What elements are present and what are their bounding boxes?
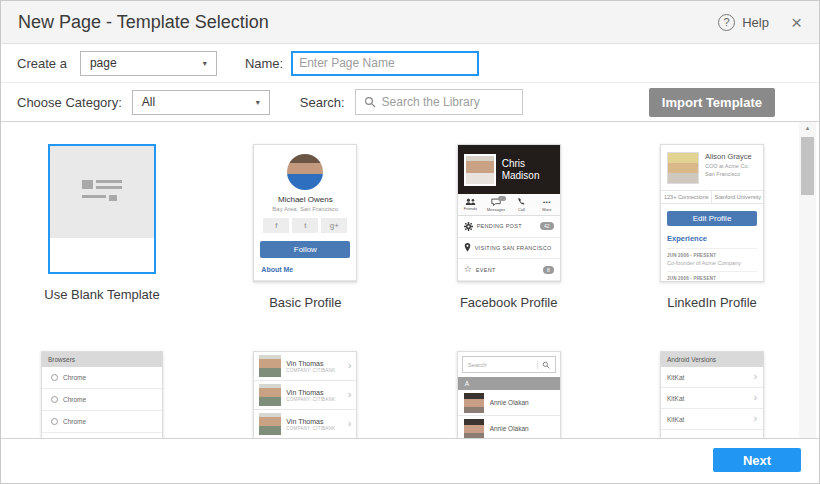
preview-follow-button: Follow [260, 241, 350, 258]
name-label: Name: [245, 56, 283, 71]
template-card-basic-profile[interactable]: Michael Owens Bay Area, San Francisco f … [253, 144, 357, 282]
fb-row-pending-post: PENDING POST 42 [458, 216, 560, 238]
page-name-input[interactable] [299, 56, 471, 70]
list-item: KitKat› [661, 367, 763, 388]
more-icon: ••• [543, 198, 551, 206]
chevron-right-icon: › [348, 419, 351, 429]
scroll-up-icon[interactable]: ▲ [799, 122, 816, 135]
text-lines-icon [82, 180, 122, 204]
preview-search-bar: Search [462, 356, 556, 373]
template-card-blank[interactable] [48, 144, 156, 274]
gear-icon [464, 222, 473, 231]
category-value: All [142, 95, 155, 109]
googleplus-icon: g+ [321, 218, 347, 233]
category-select[interactable]: All ▾ [132, 90, 270, 115]
preview-li-header: Alison Grayce COO at Acme Co. San Franci… [661, 145, 763, 190]
close-icon[interactable]: × [791, 13, 802, 32]
new-page-dialog: New Page - Template Selection ? Help × C… [0, 0, 820, 484]
template-card-linkedin-profile[interactable]: Alison Grayce COO at Acme Co. San Franci… [660, 144, 764, 282]
fb-row-visiting: VISITING SAN FRANCISCO [458, 238, 560, 260]
avatar-annie-olakan [464, 419, 484, 439]
template-caption-blank: Use Blank Template [44, 287, 159, 302]
section-header: A [458, 377, 560, 390]
template-card-contacts-list[interactable]: Vin ThomasCOMPANY: CITIBANK › Vin Thomas… [253, 351, 357, 439]
chevron-down-icon: ▾ [256, 98, 260, 107]
radio-row: Chrome [42, 411, 162, 433]
list-item: Annie Olakan [458, 390, 560, 416]
avatar-vin-thomas [259, 384, 281, 406]
radio-icon [51, 374, 58, 381]
twitter-icon: t [292, 218, 318, 233]
template-card-android-versions[interactable]: Android Versions KitKat› KitKat› KitKat›… [660, 351, 764, 439]
list-item: Vin ThomasCOMPANY: CITIBANK › [254, 410, 356, 439]
library-search-wrapper [355, 89, 523, 115]
template-caption-basic: Basic Profile [269, 295, 341, 310]
fb-action-call: Call [509, 194, 535, 215]
template-cell-basic: Michael Owens Bay Area, San Francisco f … [244, 144, 366, 310]
library-search-input[interactable] [382, 95, 514, 109]
preview-edit-profile-button: Edit Profile [667, 211, 757, 226]
preview-fb-actions: Friends Messages [458, 194, 560, 216]
template-row-2: Browsers Chrome Chrome Chrome Chrome Vin… [41, 351, 773, 439]
create-type-select[interactable]: page ▾ [80, 51, 217, 76]
category-label: Choose Category: [17, 95, 122, 110]
scrollbar-thumb[interactable] [801, 137, 814, 195]
scrollbar: ▲ [799, 122, 816, 438]
help-icon[interactable]: ? [718, 14, 735, 31]
list-item: KitKat› [661, 409, 763, 430]
star-icon: ☆ [464, 265, 472, 274]
preview-experience-heading: Experience [667, 234, 757, 243]
template-card-browsers-list[interactable]: Browsers Chrome Chrome Chrome Chrome [41, 351, 163, 439]
template-cell-linkedin: Alison Grayce COO at Acme Co. San Franci… [651, 144, 773, 310]
messages-badge [498, 196, 506, 201]
search-label: Search: [300, 95, 345, 110]
event-badge: 8 [543, 266, 554, 274]
help-link[interactable]: Help [742, 15, 769, 30]
preview-fb-header: Chris Madison [458, 145, 560, 194]
create-row: Create a page ▾ Name: [1, 44, 819, 83]
experience-entry: JUN 2006 - PRESENT [667, 271, 757, 281]
template-cell-contacts: Vin ThomasCOMPANY: CITIBANK › Vin Thomas… [244, 351, 366, 439]
radio-icon [51, 396, 58, 403]
fb-action-friends: Friends [458, 194, 484, 215]
preview-list-header: Browsers [42, 352, 162, 367]
page-title: New Page - Template Selection [18, 12, 269, 33]
preview-li-stats: 123+ Connections Stanford University [661, 190, 763, 204]
blank-preview [50, 146, 154, 238]
chevron-down-icon: ▾ [203, 59, 207, 68]
preview-fb-name: Chris Madison [502, 158, 546, 182]
fb-row-event: ☆ EVENT 8 [458, 259, 560, 281]
search-icon [364, 96, 376, 108]
list-item: Annie Olakan [458, 416, 560, 439]
template-card-facebook-profile[interactable]: Chris Madison Friends [457, 144, 561, 282]
avatar-michael-owens [287, 154, 323, 190]
radio-icon [51, 418, 58, 425]
search-icon [537, 361, 550, 369]
chevron-right-icon: › [754, 372, 757, 382]
chevron-right-icon: › [348, 361, 351, 371]
list-item: Vin ThomasCOMPANY: CITIBANK › [254, 381, 356, 410]
avatar-annie-olakan [464, 393, 484, 413]
chevron-right-icon: › [754, 414, 757, 424]
template-cell-blank: Use Blank Template [41, 144, 163, 310]
import-template-button[interactable]: Import Template [649, 88, 775, 117]
chevron-right-icon: › [754, 393, 757, 403]
experience-entry: JUN 2006 - PRESENT Co-founder of Acme Co… [667, 248, 757, 266]
name-field-wrapper [291, 51, 479, 76]
preview-list-header: Android Versions [661, 352, 763, 367]
divider [254, 280, 356, 281]
location-pin-icon [464, 243, 471, 252]
titlebar: New Page - Template Selection ? Help × [1, 1, 819, 44]
avatar-vin-thomas [259, 355, 281, 377]
list-item: KitKat› [661, 388, 763, 409]
school-name: Stanford University [712, 191, 763, 203]
template-gallery: Use Blank Template Michael Owens Bay Are… [1, 121, 819, 439]
template-card-search-list[interactable]: Search A Annie Olakan Annie Ola [457, 351, 561, 439]
radio-row: Chrome [42, 367, 162, 389]
avatar-vin-thomas [259, 413, 281, 435]
template-cell-facebook: Chris Madison Friends [448, 144, 570, 310]
create-a-label: Create a [17, 56, 67, 71]
facebook-icon: f [263, 218, 289, 233]
next-button[interactable]: Next [713, 448, 801, 472]
phone-icon [517, 197, 526, 206]
